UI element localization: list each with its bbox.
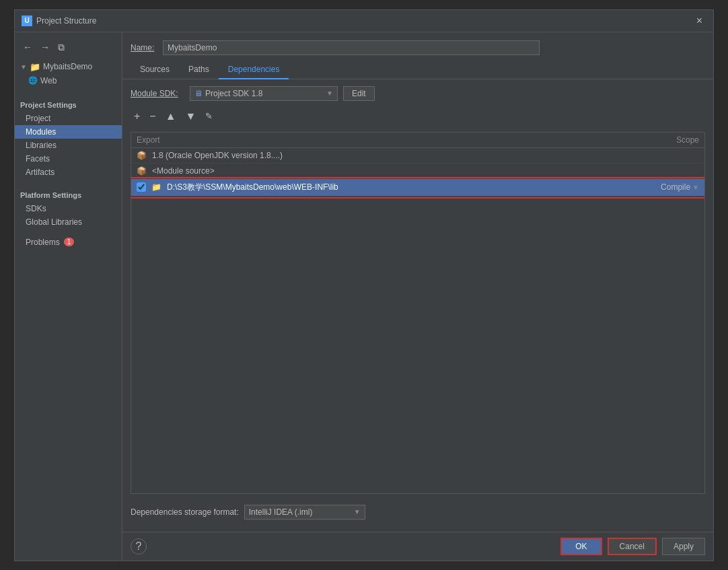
deps-toolbar: + − ▲ ▼ ✎ <box>131 106 705 127</box>
platform-settings-header: Platform Settings <box>15 186 122 202</box>
tab-paths[interactable]: Paths <box>179 61 219 79</box>
nav-toolbar: ← → ⧉ <box>15 38 122 60</box>
title-bar: U Project Structure × <box>15 10 713 32</box>
web-icon: 🌐 <box>28 76 38 85</box>
help-button[interactable]: ? <box>131 538 147 555</box>
name-input[interactable] <box>163 40 540 55</box>
move-down-button[interactable]: ▼ <box>182 109 200 124</box>
add-dep-button[interactable]: + <box>131 109 143 124</box>
close-button[interactable]: × <box>692 14 706 28</box>
dialog-title: Project Structure <box>36 16 96 26</box>
problems-row[interactable]: Problems 1 <box>15 236 122 249</box>
scope-arrow-icon: ▼ <box>692 184 699 191</box>
tabs: Sources Paths Dependencies <box>122 61 713 79</box>
right-panel: Name: Sources Paths Dependencies Module … <box>122 32 713 561</box>
dialog-body: ← → ⧉ ▼ 📁 MybaitsDemo 🌐 Web Project Sett… <box>15 32 713 561</box>
bottom-left: ? <box>131 538 147 555</box>
tree-item-label: MybaitsDemo <box>43 62 92 71</box>
deps-table: Export Scope 📦 1.8 (Oracle OpenJDK versi… <box>131 132 705 494</box>
sidebar-item-sdks[interactable]: SDKs <box>15 202 122 215</box>
dep-scope: Compile ▼ <box>632 182 699 192</box>
sdk-icon: 🖥 <box>194 89 203 98</box>
package-icon: 📦 <box>137 166 147 176</box>
bottom-right: OK Cancel Apply <box>560 538 705 555</box>
tree-item-web[interactable]: 🌐 Web <box>15 74 122 87</box>
tree-item-web-label: Web <box>40 76 57 85</box>
edit-dep-button[interactable]: ✎ <box>202 110 216 122</box>
forward-button[interactable]: → <box>38 40 52 54</box>
sidebar-item-global-libraries[interactable]: Global Libraries <box>15 215 122 229</box>
storage-row: Dependencies storage format: IntelliJ ID… <box>131 499 705 525</box>
sdk-label: Module SDK: <box>131 89 184 98</box>
sidebar-item-modules[interactable]: Modules <box>15 125 122 139</box>
dep-text: <Module source> <box>152 166 626 176</box>
bottom-bar: ? OK Cancel Apply <box>122 532 713 561</box>
project-structure-dialog: U Project Structure × ← → ⧉ ▼ 📁 MybaitsD… <box>14 9 714 561</box>
storage-label: Dependencies storage format: <box>131 507 239 517</box>
problems-label: Problems <box>26 238 60 247</box>
sdk-row: Module SDK: 🖥 Project SDK 1.8 ▼ Edit <box>131 86 705 101</box>
table-row[interactable]: 📦 <Module source> <box>131 164 704 179</box>
sidebar-item-artifacts[interactable]: Artifacts <box>15 166 122 179</box>
dep-checkbox[interactable] <box>137 182 146 192</box>
move-up-button[interactable]: ▲ <box>162 109 180 124</box>
app-icon: U <box>22 15 32 26</box>
project-settings-header: Project Settings <box>15 96 122 112</box>
sidebar-item-libraries[interactable]: Libraries <box>15 139 122 152</box>
table-row-highlighted[interactable]: 📁 D:\S3教学\SSM\MybaitsDemo\web\WEB-INF\li… <box>131 179 704 197</box>
ok-button[interactable]: OK <box>560 538 602 555</box>
name-label: Name: <box>131 43 157 52</box>
package-icon: 📦 <box>137 151 147 160</box>
dep-path-text: D:\S3教学\SSM\MybaitsDemo\web\WEB-INF\lib <box>167 182 626 193</box>
remove-dep-button[interactable]: − <box>146 109 159 124</box>
chevron-icon: ▼ <box>20 63 27 71</box>
title-bar-left: U Project Structure <box>22 15 96 26</box>
tab-dependencies[interactable]: Dependencies <box>219 61 289 79</box>
tab-content: Module SDK: 🖥 Project SDK 1.8 ▼ Edit + −… <box>122 79 713 532</box>
sidebar: ← → ⧉ ▼ 📁 MybaitsDemo 🌐 Web Project Sett… <box>15 32 122 561</box>
copy-button[interactable]: ⧉ <box>55 40 67 55</box>
sdk-dropdown-text: Project SDK 1.8 <box>205 89 324 98</box>
tab-sources[interactable]: Sources <box>131 61 179 79</box>
edit-button[interactable]: Edit <box>343 86 375 101</box>
back-button[interactable]: ← <box>20 40 35 54</box>
chevron-down-icon: ▼ <box>326 90 333 97</box>
table-row[interactable]: 📦 1.8 (Oracle OpenJDK version 1.8....) <box>131 148 704 164</box>
dep-text: 1.8 (Oracle OpenJDK version 1.8....) <box>152 151 626 160</box>
name-row: Name: <box>122 38 713 61</box>
folder-icon: 📁 <box>30 62 40 72</box>
apply-button[interactable]: Apply <box>662 538 705 555</box>
storage-dropdown-text: IntelliJ IDEA (.iml) <box>249 507 351 517</box>
export-header: Export <box>137 135 632 145</box>
chevron-down-icon: ▼ <box>354 508 361 515</box>
tree-item-mybaits[interactable]: ▼ 📁 MybaitsDemo <box>15 60 122 74</box>
storage-dropdown[interactable]: IntelliJ IDEA (.iml) ▼ <box>244 505 365 520</box>
scope-header: Scope <box>632 135 699 145</box>
sidebar-item-project[interactable]: Project <box>15 112 122 125</box>
folder-icon: 📁 <box>151 182 161 192</box>
deps-header: Export Scope <box>131 133 704 148</box>
cancel-button[interactable]: Cancel <box>608 538 657 555</box>
sidebar-item-facets[interactable]: Facets <box>15 152 122 166</box>
problems-badge: 1 <box>64 238 75 246</box>
sdk-dropdown[interactable]: 🖥 Project SDK 1.8 ▼ <box>190 86 338 101</box>
